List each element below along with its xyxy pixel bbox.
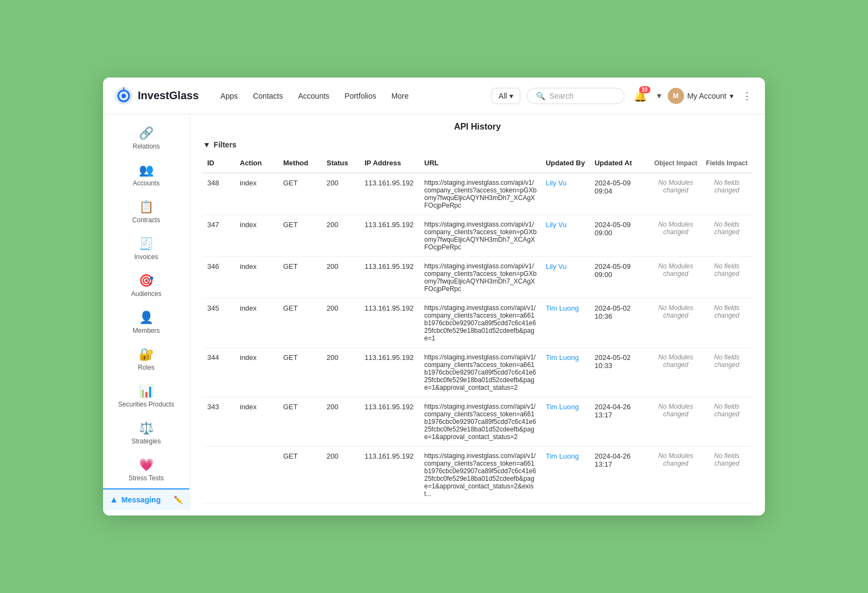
nav-contacts[interactable]: Contacts [253, 92, 283, 100]
cell-method: GET [279, 215, 322, 257]
main-body: 🔗 Relations 👥 Accounts 📋 Contracts 🧾 Inv… [103, 114, 765, 515]
cell-url: https://staging.investglass.com/api/v1/c… [420, 215, 541, 257]
cell-updated-by[interactable]: Tim Luong [541, 447, 590, 504]
sidebar-item-roles[interactable]: 🔐 Roles [103, 341, 189, 378]
filters-bar[interactable]: ▼ Filters [190, 136, 765, 153]
cell-id [203, 447, 235, 504]
cell-updated-by[interactable]: Tim Luong [541, 299, 590, 348]
cell-fields-impact: No fields changed [701, 397, 752, 447]
cell-fields-impact: No fields changed [701, 257, 752, 299]
col-header-method: Method [279, 153, 322, 173]
col-header-action: Action [235, 153, 279, 173]
edit-icon[interactable]: ✏️ [174, 495, 183, 504]
cell-updated-at: 2024-05-09 09:00 [590, 215, 650, 257]
cell-status: 200 [322, 173, 360, 215]
sidebar-item-stress-tests[interactable]: 💗 Stress Tests [103, 452, 189, 488]
cell-updated-at: 2024-05-02 10:36 [590, 299, 650, 348]
cell-object-impact: No Modules changed [650, 447, 701, 504]
cell-updated-at: 2024-04-26 13:17 [590, 397, 650, 447]
notification-button[interactable]: 🔔 10 [631, 86, 650, 106]
cell-object-impact: No Modules changed [650, 215, 701, 257]
cell-url: https://staging.investglass.com/api/v1/c… [420, 173, 541, 215]
cell-updated-by[interactable]: Lily Vu [541, 215, 590, 257]
cell-url: https://staging.investglass.com//api/v1/… [420, 299, 541, 348]
relations-icon: 🔗 [139, 126, 154, 140]
nav-portfolios[interactable]: Portfolios [344, 92, 376, 100]
cell-method: GET [279, 173, 322, 215]
cell-ip: 113.161.95.192 [360, 299, 420, 348]
cell-updated-at: 2024-05-09 09:04 [590, 173, 650, 215]
stress-tests-icon: 💗 [139, 458, 154, 472]
nav-more[interactable]: More [391, 92, 409, 100]
all-dropdown[interactable]: All ▾ [492, 88, 520, 104]
cell-status: 200 [322, 215, 360, 257]
chevron-down-small-icon[interactable]: ▾ [657, 91, 661, 101]
sidebar-item-label: Accounts [133, 179, 159, 187]
table-row: 345 index GET 200 113.161.95.192 https:/… [203, 299, 752, 348]
cell-id: 345 [203, 299, 235, 348]
cell-action [235, 447, 279, 504]
sidebar-item-securities[interactable]: 📊 Securities Products [103, 378, 189, 415]
sidebar-item-strategies[interactable]: ⚖️ Strategies [103, 415, 189, 452]
cell-object-impact: No Modules changed [650, 299, 701, 348]
table-container: ID Action Method Status IP Address URL U… [190, 153, 765, 515]
cell-action: index [235, 397, 279, 447]
user-account-button[interactable]: M My Account ▾ [668, 88, 733, 104]
members-icon: 👤 [139, 311, 154, 325]
cell-status: 200 [322, 447, 360, 504]
chevron-down-user-icon: ▾ [730, 92, 733, 100]
table-row: 347 index GET 200 113.161.95.192 https:/… [203, 215, 752, 257]
logo[interactable]: InvestGlass [114, 86, 199, 106]
nav-right: All ▾ 🔍 Search 🔔 10 ▾ M My Account ▾ ⋮ [492, 86, 754, 106]
filters-label: Filters [214, 140, 237, 149]
cell-updated-by[interactable]: Tim Luong [541, 348, 590, 397]
cell-action: index [235, 257, 279, 299]
col-header-updated-by: Updated By [541, 153, 590, 173]
cell-fields-impact: No fields changed [701, 348, 752, 397]
cell-url: https://staging.investglass.com/api/v1/c… [420, 257, 541, 299]
cell-method: GET [279, 299, 322, 348]
table-row: 346 index GET 200 113.161.95.192 https:/… [203, 257, 752, 299]
avatar: M [668, 88, 684, 104]
nav-apps[interactable]: Apps [220, 92, 238, 100]
cell-status: 200 [322, 257, 360, 299]
cell-action: index [235, 348, 279, 397]
sidebar-item-label: Audiences [131, 290, 161, 298]
logo-icon [114, 86, 133, 106]
app-window: InvestGlass Apps Contacts Accounts Portf… [103, 78, 765, 515]
sidebar-item-label: Relations [132, 143, 159, 150]
cell-ip: 113.161.95.192 [360, 173, 420, 215]
col-header-status: Status [322, 153, 360, 173]
cell-fields-impact: No fields changed [701, 173, 752, 215]
cell-updated-by[interactable]: Lily Vu [541, 173, 590, 215]
sidebar-item-contracts[interactable]: 📋 Contracts [103, 194, 189, 230]
nav-accounts[interactable]: Accounts [298, 92, 329, 100]
cell-updated-at: 2024-05-02 10:33 [590, 348, 650, 397]
cell-ip: 113.161.95.192 [360, 215, 420, 257]
cell-updated-by[interactable]: Tim Luong [541, 397, 590, 447]
cell-object-impact: No Modules changed [650, 173, 701, 215]
sidebar-item-label: Invoices [134, 253, 158, 261]
cell-updated-by[interactable]: Lily Vu [541, 257, 590, 299]
svg-point-2 [122, 94, 126, 98]
strategies-icon: ⚖️ [139, 421, 154, 435]
sidebar-item-members[interactable]: 👤 Members [103, 304, 189, 341]
cell-id: 347 [203, 215, 235, 257]
invoices-icon: 🧾 [139, 237, 154, 251]
cell-fields-impact: No fields changed [701, 447, 752, 504]
cell-url: https://staging.investglass.com//api/v1/… [420, 397, 541, 447]
sidebar-item-audiences[interactable]: 🎯 Audiences [103, 267, 189, 304]
messaging-section[interactable]: ▲ Messaging ✏️ [103, 488, 189, 510]
roles-icon: 🔐 [139, 347, 154, 362]
sidebar-item-accounts[interactable]: 👥 Accounts [103, 157, 189, 194]
more-options-button[interactable]: ⋮ [740, 88, 754, 104]
col-header-url: URL [420, 153, 541, 173]
sidebar-item-label: Members [132, 327, 159, 334]
cell-method: GET [279, 257, 322, 299]
sidebar-item-invoices[interactable]: 🧾 Invoices [103, 230, 189, 267]
search-box[interactable]: 🔍 Search [527, 88, 624, 104]
accounts-icon: 👥 [139, 163, 154, 177]
sidebar-item-relations[interactable]: 🔗 Relations [103, 120, 189, 157]
cell-method: GET [279, 348, 322, 397]
nav-links: Apps Contacts Accounts Portfolios More [220, 92, 478, 100]
